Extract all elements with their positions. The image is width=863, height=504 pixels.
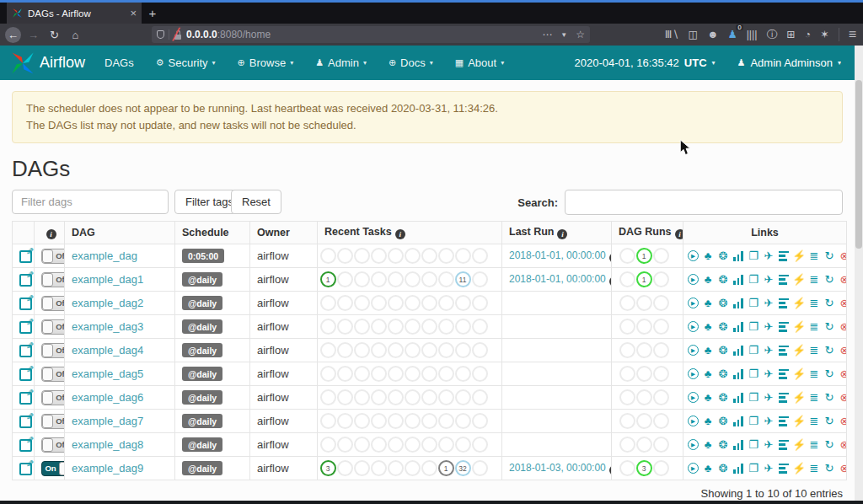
dag-details-icon[interactable]: ≣	[808, 249, 821, 263]
task-tries-icon[interactable]: ❐	[748, 297, 760, 310]
task-state-skipped[interactable]	[388, 319, 404, 335]
task-state-queued[interactable]	[438, 319, 454, 335]
library-icon[interactable]: Ⅲ∖	[665, 29, 679, 40]
task-state-scheduled[interactable]	[472, 389, 488, 405]
dag-run-state-running[interactable]	[636, 437, 652, 453]
dag-pause-toggle[interactable]: Off	[41, 390, 65, 405]
usage-icon[interactable]: ◔	[805, 29, 812, 40]
tree-view-icon[interactable]: ♣	[702, 438, 715, 452]
task-state-up_for_reschedule[interactable]	[421, 271, 437, 287]
task-duration-icon[interactable]	[732, 438, 745, 452]
task-state-upstream_failed[interactable]	[371, 366, 387, 382]
task-state-upstream_failed[interactable]	[371, 295, 387, 311]
scrollbar-thumb[interactable]	[855, 80, 862, 249]
edit-dag-icon[interactable]	[19, 298, 32, 310]
dag-link[interactable]: example_dag1	[72, 273, 143, 286]
delete-dag-icon[interactable]: ⊗	[839, 273, 847, 287]
code-view-icon[interactable]: ⚡	[793, 462, 806, 475]
dag-run-state-running[interactable]	[636, 389, 652, 405]
task-state-skipped[interactable]	[388, 342, 404, 358]
graph-view-icon[interactable]: ❂	[717, 391, 730, 405]
schedule-badge[interactable]: @daily	[182, 296, 222, 310]
task-state-none[interactable]	[455, 413, 471, 429]
reload-button-icon[interactable]: ↻	[46, 26, 63, 44]
task-state-running[interactable]	[337, 271, 353, 287]
landing-times-icon[interactable]: ✈	[763, 367, 775, 381]
task-tries-icon[interactable]: ❐	[748, 391, 760, 405]
gantt-view-icon[interactable]	[778, 367, 791, 381]
landing-times-icon[interactable]: ✈	[763, 438, 775, 452]
task-state-success[interactable]	[320, 366, 336, 382]
delete-dag-icon[interactable]: ⊗	[839, 344, 847, 357]
refresh-icon[interactable]: ↻	[823, 320, 836, 334]
gantt-view-icon[interactable]	[778, 297, 791, 310]
task-state-queued[interactable]	[438, 389, 454, 405]
tree-view-icon[interactable]: ♣	[702, 273, 715, 287]
proxy-icon[interactable]: ♟0	[727, 29, 737, 40]
dag-link[interactable]: example_dag6	[72, 391, 143, 404]
dag-run-state-failed[interactable]	[653, 389, 669, 405]
task-state-skipped[interactable]	[388, 413, 404, 429]
task-tries-icon[interactable]: ❐	[748, 249, 760, 263]
task-state-success[interactable]: 3	[320, 460, 336, 476]
task-state-running[interactable]	[337, 460, 353, 476]
task-state-up_for_reschedule[interactable]	[421, 437, 437, 453]
task-state-failed[interactable]	[354, 389, 370, 405]
task-state-success[interactable]	[320, 248, 336, 264]
edit-dag-icon[interactable]	[19, 321, 32, 334]
dag-run-state-failed[interactable]	[653, 460, 669, 476]
task-tries-icon[interactable]: ❐	[748, 320, 760, 334]
pocket-icon[interactable]: ▼	[560, 31, 567, 39]
trigger-dag-icon[interactable]: ▶	[687, 367, 700, 381]
tree-view-icon[interactable]: ♣	[702, 249, 715, 263]
task-state-scheduled[interactable]	[472, 413, 488, 429]
task-state-scheduled[interactable]	[472, 437, 488, 453]
task-duration-icon[interactable]	[732, 462, 745, 475]
page-actions-icon[interactable]: ⋯	[542, 29, 552, 40]
trigger-dag-icon[interactable]: ▶	[687, 297, 700, 310]
refresh-icon[interactable]: ↻	[823, 367, 836, 381]
task-state-success[interactable]	[320, 319, 336, 335]
dag-run-state-success[interactable]	[619, 366, 635, 382]
dag-pause-toggle[interactable]: Off	[41, 249, 65, 264]
dag-run-state-success[interactable]	[619, 319, 635, 335]
dag-pause-toggle[interactable]: Off	[41, 272, 65, 287]
graph-view-icon[interactable]: ❂	[717, 344, 730, 357]
dag-run-state-success[interactable]	[619, 437, 635, 453]
dag-pause-toggle[interactable]: Off	[41, 343, 65, 358]
task-tries-icon[interactable]: ❐	[748, 438, 760, 452]
tree-view-icon[interactable]: ♣	[702, 297, 715, 310]
trigger-dag-icon[interactable]: ▶	[687, 391, 700, 405]
forward-button-icon[interactable]: →	[24, 26, 42, 44]
graph-view-icon[interactable]: ❂	[717, 367, 730, 381]
page-info-icon[interactable]: ⓘ	[767, 29, 778, 40]
dag-run-state-running[interactable]	[636, 366, 652, 382]
task-state-skipped[interactable]	[388, 366, 404, 382]
task-state-skipped[interactable]	[388, 248, 404, 264]
landing-times-icon[interactable]: ✈	[763, 273, 775, 287]
dag-run-state-failed[interactable]	[653, 366, 669, 382]
refresh-icon[interactable]: ↻	[823, 249, 836, 263]
task-state-up_for_reschedule[interactable]	[421, 295, 437, 311]
task-duration-icon[interactable]	[732, 297, 745, 310]
nav-item-docs[interactable]: ⊕Docs▾	[379, 51, 442, 74]
task-state-running[interactable]	[337, 413, 353, 429]
dag-run-state-failed[interactable]	[653, 437, 669, 453]
schedule-badge[interactable]: @daily	[182, 367, 222, 381]
trigger-dag-icon[interactable]: ▶	[687, 320, 700, 334]
refresh-icon[interactable]: ↻	[823, 391, 836, 405]
refresh-icon[interactable]: ↻	[823, 438, 836, 452]
task-state-running[interactable]	[337, 248, 353, 264]
task-state-scheduled[interactable]	[472, 248, 488, 264]
task-state-none[interactable]	[455, 437, 471, 453]
task-state-queued[interactable]	[438, 366, 454, 382]
dag-run-state-running[interactable]: 1	[636, 271, 652, 287]
home-button-icon[interactable]: ⌂	[67, 26, 84, 44]
task-state-scheduled[interactable]	[472, 319, 488, 335]
refresh-icon[interactable]: ↻	[823, 273, 836, 287]
task-tries-icon[interactable]: ❐	[748, 415, 760, 428]
task-state-upstream_failed[interactable]	[371, 319, 387, 335]
landing-times-icon[interactable]: ✈	[763, 462, 775, 475]
dag-details-icon[interactable]: ≣	[808, 367, 821, 381]
info-icon[interactable]	[557, 229, 567, 239]
